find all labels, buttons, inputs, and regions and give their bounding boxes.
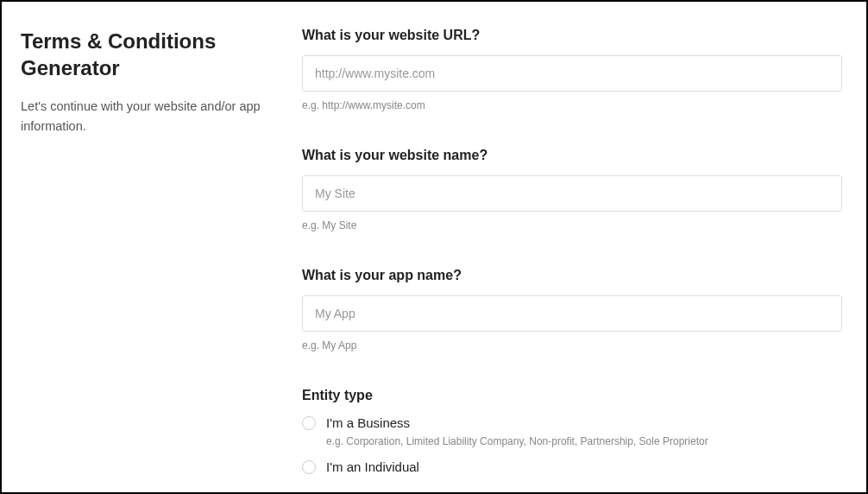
- entity-individual-radio[interactable]: I'm an Individual: [302, 459, 842, 474]
- entity-business-hint: e.g. Corporation, Limited Liability Comp…: [326, 435, 842, 447]
- app-name-label: What is your app name?: [302, 268, 842, 283]
- website-name-input[interactable]: [302, 175, 842, 212]
- entity-business-label: I'm a Business: [326, 415, 410, 430]
- website-url-hint: e.g. http://www.mysite.com: [302, 99, 842, 111]
- entity-type-label: Entity type: [302, 388, 842, 403]
- app-frame: Terms & Conditions Generator Let's conti…: [0, 0, 868, 494]
- website-url-group: What is your website URL? e.g. http://ww…: [302, 28, 842, 111]
- website-url-label: What is your website URL?: [302, 28, 842, 43]
- website-name-hint: e.g. My Site: [302, 219, 842, 231]
- radio-icon: [302, 460, 316, 474]
- app-name-hint: e.g. My App: [302, 339, 842, 352]
- entity-individual-label: I'm an Individual: [326, 459, 419, 474]
- entity-type-group: Entity type I'm a Business e.g. Corporat…: [302, 388, 842, 474]
- entity-business-radio[interactable]: I'm a Business: [302, 415, 842, 430]
- app-name-group: What is your app name? e.g. My App: [302, 268, 842, 352]
- website-name-label: What is your website name?: [302, 148, 842, 163]
- website-name-group: What is your website name? e.g. My Site: [302, 148, 842, 231]
- page-subtitle: Let's continue with your website and/or …: [21, 97, 262, 136]
- radio-icon: [302, 416, 316, 430]
- website-url-input[interactable]: [302, 55, 842, 92]
- form-area: What is your website URL? e.g. http://ww…: [302, 28, 847, 492]
- page-title: Terms & Conditions Generator: [21, 28, 262, 81]
- app-name-input[interactable]: [302, 295, 842, 332]
- sidebar: Terms & Conditions Generator Let's conti…: [21, 28, 262, 492]
